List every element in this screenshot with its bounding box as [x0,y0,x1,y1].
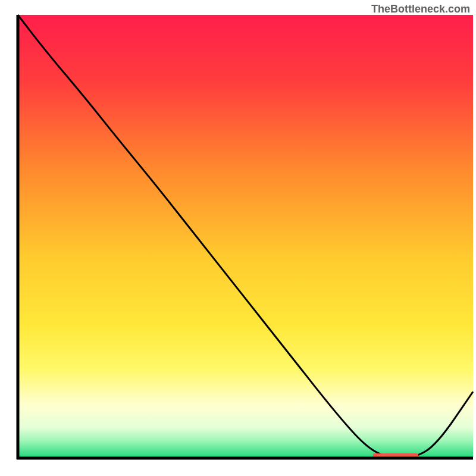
chart-plot [0,0,476,476]
watermark-text: TheBottleneck.com [371,3,470,15]
plot-background [18,15,473,458]
